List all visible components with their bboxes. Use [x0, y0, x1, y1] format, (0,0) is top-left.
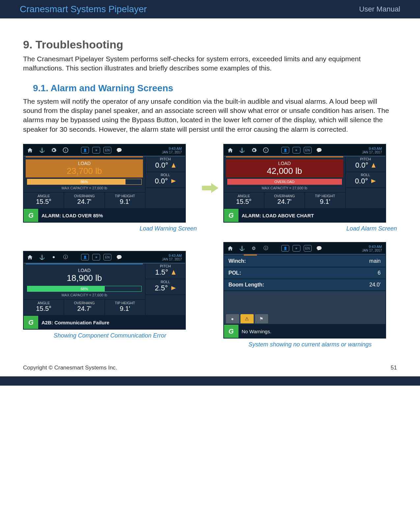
footer-bar: [0, 376, 420, 386]
overhang-metric: OVERHANG24.7': [265, 193, 305, 208]
figure-caption: Load Alarm Screen: [223, 225, 397, 232]
bypass-button[interactable]: G: [24, 209, 38, 222]
config-row-winch: Winch: main: [224, 256, 385, 267]
status-tab-info[interactable]: ●: [226, 314, 239, 323]
page-header: Cranesmart Systems Pipelayer User Manual: [0, 0, 420, 18]
arrow-right-icon: [171, 286, 176, 290]
status-bar: G No Warnings.: [224, 324, 385, 338]
transition-arrow: [200, 183, 220, 193]
language-icon[interactable]: EN: [304, 147, 312, 153]
info-icon[interactable]: i: [61, 146, 70, 154]
arrow-right-icon: [202, 183, 218, 193]
angle-metric: ANGLE15.5°: [224, 193, 265, 208]
clock: 9:43 AM JAN 17, 2017: [162, 147, 183, 154]
page-number: 51: [391, 365, 397, 371]
info-icon[interactable]: ⓘ: [61, 253, 70, 261]
load-warning-screen-figure: ⚓ i 👤 ☀ EN 💬 9:43 AM JAN 17, 2017: [23, 144, 197, 232]
copyright: Copyright © Cranesmart Systems Inc.: [23, 365, 117, 371]
info-icon[interactable]: i: [262, 146, 270, 154]
tip-height-metric: TIP HEIGHT9.1': [105, 193, 145, 208]
chat-icon[interactable]: 💬: [115, 253, 123, 261]
device-toolbar: ⚓ ⓘ 👤 ☀ EN 💬 9:43 AM JAN 17, 2017: [24, 252, 185, 263]
bypass-button[interactable]: G: [224, 325, 238, 338]
gear-icon[interactable]: [250, 146, 258, 154]
home-icon[interactable]: [26, 253, 34, 261]
tab-indicator: [26, 263, 143, 264]
figure-caption: Showing Component Communication Error: [23, 332, 197, 339]
chat-icon[interactable]: 💬: [315, 244, 323, 253]
tab-indicator: [226, 156, 343, 157]
header-doc-type: User Manual: [359, 5, 400, 14]
page-footer: Copyright © Cranesmart Systems Inc. 51: [0, 361, 420, 374]
angle-metric: ANGLE15.5°: [24, 300, 64, 315]
max-capacity: MAX CAPACITY = 27,600 lb: [24, 186, 145, 190]
svg-text:i: i: [65, 148, 66, 152]
section-intro: The Cranesmart Pipelayer System performs…: [23, 54, 397, 73]
bypass-button[interactable]: G: [224, 209, 238, 222]
hook-icon[interactable]: ⚓: [238, 244, 246, 253]
header-title: Cranesmart Systems Pipelayer: [20, 4, 147, 14]
chat-icon[interactable]: 💬: [315, 146, 323, 154]
overhang-metric: OVERHANG24.7': [64, 300, 105, 315]
config-row-pol: POL: 6: [224, 267, 385, 279]
roll-cell: ROLL 0.0°: [346, 172, 385, 188]
status-tab-warning[interactable]: ⚠: [240, 314, 254, 323]
config-empty-area: [224, 291, 385, 312]
alarm-text: ALARM: LOAD OVER 85%: [38, 213, 185, 218]
hook-icon[interactable]: ⚓: [38, 146, 46, 154]
load-bar-text: 86%: [27, 179, 141, 184]
time-value: 9:43 AM: [162, 147, 182, 150]
home-icon[interactable]: [26, 146, 34, 154]
language-icon[interactable]: EN: [304, 245, 312, 252]
load-bar: 68%: [27, 286, 142, 292]
roll-cell: ROLL 0.0°: [146, 172, 185, 188]
tab-indicator: [26, 156, 143, 157]
brightness-icon[interactable]: ☀: [293, 147, 300, 153]
figure-caption: Load Warning Screen: [23, 225, 197, 232]
chat-icon[interactable]: 💬: [115, 146, 123, 154]
load-bar: 86%: [27, 179, 142, 185]
subsection-title: 9.1. Alarm and Warning Screens: [33, 83, 397, 94]
arrow-up-icon: [372, 163, 376, 168]
device-toolbar: ⚓ ⚙ ⓘ 👤 ☀ EN 💬 9:43 AM JAN 17, 2017: [224, 243, 385, 255]
no-warning-screen-figure: ⚓ ⚙ ⓘ 👤 ☀ EN 💬 9:43 AM JAN 17, 2017: [223, 242, 397, 348]
clock: 9:43 AM JAN 17, 2017: [162, 254, 183, 261]
load-panel: LOAD 42,000 lb: [226, 159, 343, 177]
tip-height-metric: TIP HEIGHT9.1': [305, 193, 345, 208]
user-icon[interactable]: 👤: [81, 254, 89, 260]
device-toolbar: ⚓ i 👤 ☀ EN 💬 9:43 AM JAN 17, 2017: [24, 145, 185, 156]
clock: 9:43 AM JAN 17, 2017: [362, 147, 383, 154]
tip-height-metric: TIP HEIGHT9.1': [105, 300, 145, 315]
status-tab-flag[interactable]: ⚑: [255, 314, 268, 323]
alarm-bar: G ALARM: LOAD ABOVE CHART: [224, 208, 385, 222]
brightness-icon[interactable]: ☀: [92, 147, 100, 153]
arrow-right-icon: [371, 179, 376, 183]
load-panel: LOAD 18,900 lb: [26, 266, 143, 285]
user-icon[interactable]: 👤: [281, 245, 289, 252]
pitch-cell: PITCH 1.5°: [146, 263, 185, 279]
alarm-bar: G A2B: Communication Failure: [24, 315, 185, 329]
language-icon[interactable]: EN: [103, 147, 111, 153]
pitch-cell: PITCH 0.0°: [146, 156, 185, 172]
load-alarm-screen-figure: ⚓ i 👤 ☀ EN 💬 9:43 AM JAN 17, 2017: [223, 144, 397, 232]
brightness-icon[interactable]: ☀: [92, 254, 100, 260]
user-icon[interactable]: 👤: [81, 147, 89, 153]
gear-icon[interactable]: [49, 146, 58, 154]
arrow-up-icon: [172, 163, 176, 168]
language-icon[interactable]: EN: [103, 254, 111, 260]
gear-icon[interactable]: [49, 253, 58, 261]
gear-icon[interactable]: ⚙: [250, 244, 258, 253]
load-panel: LOAD 23,700 lb: [26, 159, 143, 177]
hook-icon[interactable]: ⚓: [238, 146, 246, 154]
user-icon[interactable]: 👤: [281, 147, 289, 153]
hook-icon[interactable]: ⚓: [38, 253, 46, 261]
info-icon[interactable]: ⓘ: [262, 244, 270, 253]
overhang-metric: OVERHANG24.7': [64, 193, 105, 208]
status-tabs: ● ⚠ ⚑: [224, 312, 385, 324]
load-bar: OVERLOAD: [227, 179, 342, 185]
home-icon[interactable]: [226, 146, 235, 154]
brightness-icon[interactable]: ☀: [293, 245, 300, 252]
bypass-button[interactable]: G: [24, 316, 38, 329]
alarm-bar: G ALARM: LOAD OVER 85%: [24, 208, 185, 222]
home-icon[interactable]: [226, 244, 235, 253]
